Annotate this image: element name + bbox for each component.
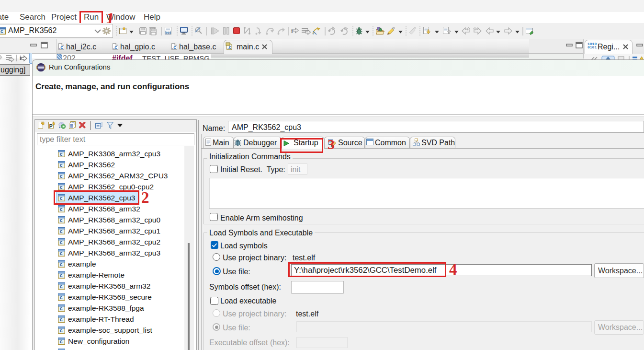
svg-text:c: c — [60, 317, 63, 322]
svg-text:P: P — [49, 123, 53, 129]
svg-text:c: c — [60, 163, 63, 168]
svg-text:010: 010 — [166, 31, 171, 35]
svg-text:.c: .c — [172, 45, 177, 50]
svg-text:c: c — [60, 339, 63, 344]
svg-text:c: c — [60, 229, 63, 234]
svg-text:.c: .c — [59, 45, 64, 50]
svg-text:c: c — [60, 174, 63, 179]
svg-text:c: c — [60, 295, 63, 300]
svg-text:c: c — [60, 152, 63, 157]
svg-text:c: c — [60, 185, 63, 190]
svg-text:c: c — [0, 29, 3, 34]
svg-text:.c: .c — [227, 45, 232, 50]
svg-text:c: c — [60, 207, 63, 212]
svg-text:.c: .c — [113, 45, 118, 50]
svg-text:c: c — [60, 273, 63, 278]
svg-text:c: c — [60, 240, 63, 245]
svg-text:c: c — [60, 306, 63, 311]
svg-text:c: c — [60, 328, 63, 333]
svg-text:c: c — [60, 251, 63, 256]
svg-text:c: c — [60, 284, 63, 289]
svg-text:c: c — [60, 218, 63, 223]
svg-text:c: c — [60, 262, 63, 267]
